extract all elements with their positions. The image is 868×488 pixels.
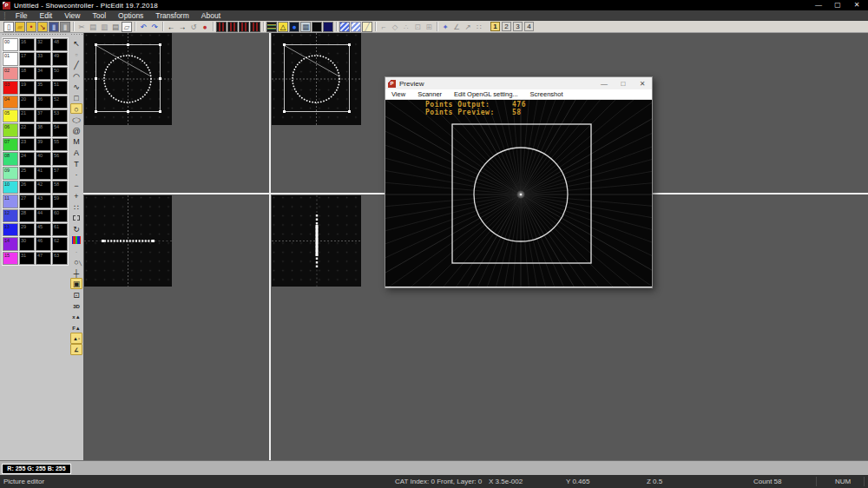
palette-swatch-06[interactable]: 06 — [3, 123, 18, 136]
color-stripes-icon[interactable] — [266, 22, 277, 32]
palette-swatch-53[interactable]: 53 — [52, 109, 68, 122]
prev-frame-icon[interactable]: ← — [166, 22, 176, 32]
palette-swatch-61[interactable]: 61 — [52, 223, 68, 236]
tool-check-icon[interactable]: ∷ — [474, 22, 484, 32]
palette-swatch-28[interactable]: 28 — [19, 209, 35, 222]
viewport-top[interactable] — [272, 33, 361, 125]
palette-swatch-35[interactable]: 35 — [36, 81, 51, 94]
palette-swatch-07[interactable]: 07 — [3, 138, 18, 151]
toolstrip-drag-handle[interactable] — [70, 33, 82, 36]
menu-transform[interactable]: Transform — [149, 11, 194, 20]
net-settings-icon[interactable]: ✦ — [440, 22, 450, 32]
palette-swatch-52[interactable]: 52 — [52, 96, 68, 109]
zigzag-tool-icon[interactable]: M — [70, 135, 82, 147]
save-file-icon[interactable]: ▮ — [49, 22, 59, 32]
hatch-outline-icon[interactable] — [351, 22, 361, 32]
select-tool-icon[interactable]: ↖ — [70, 37, 82, 49]
undo-icon[interactable]: ↶ — [138, 22, 148, 32]
palette-swatch-32[interactable]: 32 — [36, 38, 51, 51]
scale-x-tool-icon[interactable]: x▲ — [70, 311, 82, 322]
palette-swatch-51[interactable]: 51 — [52, 81, 68, 94]
menu-view[interactable]: View — [58, 11, 86, 20]
palette-swatch-59[interactable]: 59 — [52, 195, 68, 208]
tool-snap-icon[interactable]: ↗ — [463, 22, 473, 32]
frame-copy-tool-icon[interactable]: ⊡ — [70, 289, 82, 300]
palette-swatch-56[interactable]: 56 — [52, 152, 68, 165]
palette-swatch-44[interactable]: 44 — [36, 209, 51, 222]
palette-swatch-55[interactable]: 55 — [52, 138, 68, 151]
menu-options[interactable]: Options — [112, 11, 149, 20]
palette-swatch-42[interactable]: 42 — [36, 181, 51, 194]
palette-swatch-26[interactable]: 26 — [19, 181, 35, 194]
palette-swatch-47[interactable]: 47 — [36, 252, 51, 265]
page-button-2[interactable]: 2 — [502, 22, 511, 31]
move-points-tool-icon[interactable]: ∷ — [70, 201, 82, 213]
palette-swatch-10[interactable]: 10 — [3, 181, 18, 194]
paste-icon[interactable]: ▥ — [99, 22, 109, 32]
slope-tool-icon[interactable]: ∠ — [70, 344, 82, 355]
preview-menu-screenshot[interactable]: Screenshot — [524, 90, 569, 98]
palette-swatch-45[interactable]: 45 — [36, 223, 51, 236]
insert-point-tool-icon[interactable]: + — [70, 190, 82, 201]
palette-swatch-11[interactable]: 11 — [3, 195, 18, 208]
rotate-tool-icon[interactable]: ↻ — [70, 223, 82, 234]
frame-table-4-icon[interactable] — [250, 22, 260, 32]
palette-swatch-24[interactable]: 24 — [19, 152, 35, 165]
laser-warning-icon[interactable]: △ — [278, 22, 288, 32]
preview-menu-scanner[interactable]: Scanner — [411, 90, 448, 98]
palette-swatch-00[interactable]: 00 — [3, 38, 18, 51]
palette-swatch-62[interactable]: 62 — [52, 237, 68, 250]
palette-swatch-46[interactable]: 46 — [36, 237, 51, 250]
rotate-view-icon[interactable]: ↺ — [188, 22, 199, 32]
palette-swatch-05[interactable]: 05 — [3, 109, 18, 122]
palette-swatch-04[interactable]: 04 — [3, 96, 18, 109]
palette-swatch-18[interactable]: 18 — [19, 67, 35, 80]
palette-swatch-09[interactable]: 09 — [3, 167, 18, 180]
crosshair-tool-icon[interactable]: ┼ — [70, 267, 82, 279]
palette-swatch-39[interactable]: 39 — [36, 138, 51, 151]
palette-swatch-01[interactable]: 01 — [3, 52, 18, 65]
palette-swatch-16[interactable]: 16 — [19, 38, 35, 51]
ghost-tool-1-icon[interactable]: ⌐ — [378, 22, 389, 32]
open-file-icon[interactable]: ▰ — [15, 22, 25, 32]
palette-swatch-34[interactable]: 34 — [36, 67, 51, 80]
polygon-a-tool-icon[interactable]: A — [70, 147, 82, 158]
frame-table-3-icon[interactable] — [239, 22, 249, 32]
new-file-icon[interactable]: ▯ — [3, 22, 14, 32]
palette-swatch-21[interactable]: 21 — [19, 109, 35, 122]
beam-view-icon[interactable]: ● — [289, 22, 299, 32]
palette-swatch-29[interactable]: 29 — [19, 223, 35, 236]
palette-swatch-23[interactable]: 23 — [19, 138, 35, 151]
keyboard-map-icon[interactable]: ▦ — [300, 22, 311, 32]
next-frame-icon[interactable]: → — [177, 22, 187, 32]
wave-tool-icon[interactable]: ∿ — [70, 81, 82, 92]
palette-swatch-22[interactable]: 22 — [19, 123, 35, 136]
frame-tool-icon[interactable]: ▣ — [70, 278, 82, 289]
cut-icon[interactable]: ✂ — [76, 22, 87, 32]
ghost-tool-2-icon[interactable]: ◇ — [390, 22, 400, 32]
scale-f-tool-icon[interactable]: F▲ — [70, 322, 82, 333]
palette-drag-handle[interactable] — [2, 33, 68, 36]
draw-yellow-icon[interactable]: ╱ — [362, 22, 372, 32]
hatch-fill-icon[interactable] — [339, 22, 350, 32]
palette-swatch-50[interactable]: 50 — [52, 67, 68, 80]
palette-swatch-57[interactable]: 57 — [52, 167, 68, 180]
preview-minimize-button[interactable]: — — [595, 80, 614, 88]
workspace[interactable]: P Preview — □ ✕ ViewScannerEdit OpenGL s… — [83, 33, 868, 460]
tool-angle-icon[interactable]: ∠ — [451, 22, 462, 32]
pick-tool-icon[interactable]: · — [70, 246, 82, 257]
menu-file[interactable]: File — [10, 11, 34, 20]
maximize-button[interactable]: ▢ — [828, 0, 847, 10]
frame-table-1-icon[interactable] — [216, 22, 227, 32]
palette-swatch-41[interactable]: 41 — [36, 167, 51, 180]
palette-swatch-13[interactable]: 13 — [3, 223, 18, 236]
palette-swatch-03[interactable]: 03 — [3, 81, 18, 94]
page-button-4[interactable]: 4 — [524, 22, 534, 31]
line-tool-icon[interactable]: ╱ — [70, 59, 82, 70]
title-bar[interactable]: P Untitled - Showcontroller - PicEdit 19… — [0, 0, 868, 10]
blank-black-icon[interactable] — [312, 22, 322, 32]
view-splitter-vertical[interactable] — [269, 33, 271, 460]
wizard-tool-icon[interactable]: ▲▫ — [70, 333, 82, 344]
save-as-icon[interactable]: ▮ — [60, 22, 70, 32]
palette-swatch-48[interactable]: 48 — [52, 38, 68, 51]
